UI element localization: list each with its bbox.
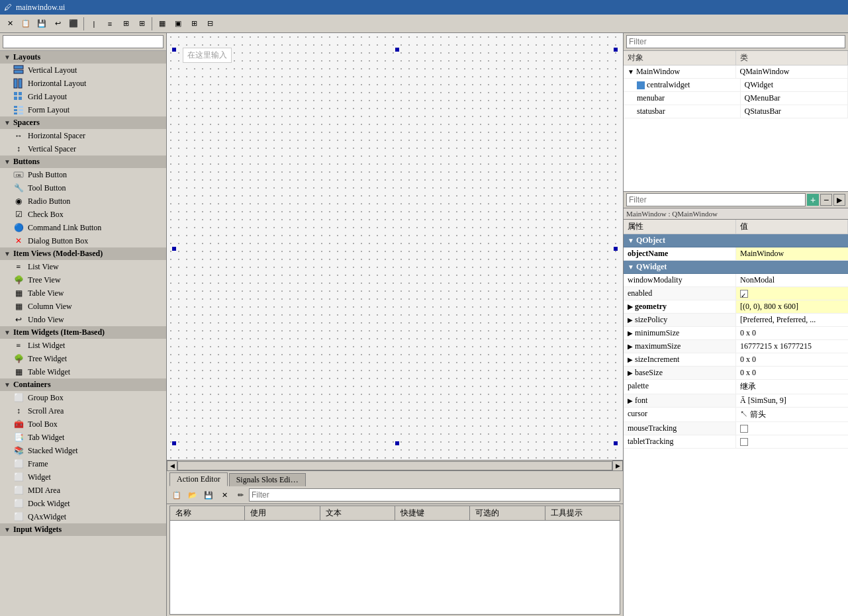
props-row-sizepolicy[interactable]: ▶ sizePolicy [Preferred, Preferred, ... bbox=[624, 314, 848, 327]
widget-form-layout[interactable]: Form Layout bbox=[0, 103, 166, 116]
props-row-enabled[interactable]: enabled bbox=[624, 287, 848, 300]
widget-undo-view[interactable]: ↩ Undo View bbox=[0, 313, 166, 326]
mousetracking-checkbox[interactable] bbox=[740, 425, 748, 433]
widget-radio-button[interactable]: ◉ Radio Button bbox=[0, 195, 166, 208]
handle-tm[interactable] bbox=[395, 48, 399, 52]
widget-tool-box[interactable]: 🧰 Tool Box bbox=[0, 418, 166, 431]
obj-row-menubar[interactable]: menubar QMenuBar bbox=[624, 92, 848, 105]
props-val-maximumsize[interactable]: 16777215 x 16777215 bbox=[736, 340, 848, 353]
props-val-cursor[interactable]: ↖ 箭头 bbox=[736, 408, 848, 421]
toolbar-btn7[interactable]: ⊞ bbox=[118, 17, 133, 31]
toolbar-btn2[interactable]: 💾 bbox=[34, 17, 49, 31]
category-item-widgets[interactable]: ▼ Item Widgets (Item-Based) bbox=[0, 326, 166, 339]
action-new-btn[interactable]: 📋 bbox=[169, 488, 184, 502]
handle-bl[interactable] bbox=[172, 441, 176, 445]
category-spacers[interactable]: ▼ Spacers bbox=[0, 116, 166, 129]
props-row-tablettracking[interactable]: tabletTracking bbox=[624, 435, 848, 449]
props-row-maximumsize[interactable]: ▶ maximumSize 16777215 x 16777215 bbox=[624, 340, 848, 353]
canvas-area[interactable]: 在这里输入 bbox=[167, 33, 623, 460]
tablettracking-checkbox[interactable] bbox=[740, 438, 748, 446]
props-row-cursor[interactable]: cursor ↖ 箭头 bbox=[624, 408, 848, 422]
toolbar-btn1[interactable]: 📋 bbox=[19, 17, 33, 31]
canvas-scrollbar-h[interactable]: ◀ ▶ bbox=[167, 460, 623, 470]
props-row-sizeincrement[interactable]: ▶ sizeIncrement 0 x 0 bbox=[624, 353, 848, 367]
widget-h-spacer[interactable]: ↔ Horizontal Spacer bbox=[0, 129, 166, 142]
category-buttons[interactable]: ▼ Buttons bbox=[0, 155, 166, 168]
props-row-palette[interactable]: palette 继承 bbox=[624, 380, 848, 394]
props-val-font[interactable]: Ā [SimSun, 9] bbox=[736, 394, 848, 407]
widget-dock-widget[interactable]: ⬜ Dock Widget bbox=[0, 497, 166, 510]
widget-tab-widget[interactable]: 📑 Tab Widget bbox=[0, 431, 166, 444]
props-row-minimumsize[interactable]: ▶ minimumSize 0 x 0 bbox=[624, 327, 848, 340]
props-add-btn[interactable]: + bbox=[807, 194, 819, 206]
toolbar-btn8[interactable]: ⊞ bbox=[134, 17, 149, 31]
widget-tree-view[interactable]: 🌳 Tree View bbox=[0, 273, 166, 286]
toolbar-btn5[interactable]: | bbox=[87, 17, 101, 31]
toolbar-btn10[interactable]: ▣ bbox=[171, 17, 185, 31]
obj-row-centralwidget[interactable]: centralwidget QWidget bbox=[624, 79, 848, 92]
props-val-tablettracking[interactable] bbox=[736, 435, 848, 448]
widget-table-widget[interactable]: ▦ Table Widget bbox=[0, 365, 166, 378]
enabled-checkbox[interactable] bbox=[740, 290, 748, 298]
props-filter-input[interactable] bbox=[626, 193, 806, 206]
category-layouts[interactable]: ▼ Layouts bbox=[0, 51, 166, 64]
scroll-right-btn[interactable]: ▶ bbox=[612, 461, 623, 471]
props-minus-btn[interactable]: − bbox=[820, 194, 832, 206]
widget-scroll-area[interactable]: ↕ Scroll Area bbox=[0, 404, 166, 418]
widget-horizontal-layout[interactable]: Horizontal Layout bbox=[0, 77, 166, 90]
action-save-btn[interactable]: 💾 bbox=[201, 488, 216, 502]
widget-group-box[interactable]: ⬜ Group Box bbox=[0, 391, 166, 404]
widget-filter-input[interactable] bbox=[3, 35, 164, 48]
widget-column-view[interactable]: ▦ Column View bbox=[0, 300, 166, 313]
props-row-mousetracking[interactable]: mouseTracking bbox=[624, 422, 848, 435]
props-row-font[interactable]: ▶ font Ā [SimSun, 9] bbox=[624, 394, 848, 408]
toolbar-close-btn[interactable]: ✕ bbox=[3, 17, 17, 31]
props-val-sizeincrement[interactable]: 0 x 0 bbox=[736, 353, 848, 366]
props-info-btn[interactable]: ▶ bbox=[833, 194, 845, 206]
handle-bm[interactable] bbox=[395, 441, 399, 445]
widget-table-view[interactable]: ▦ Table View bbox=[0, 286, 166, 300]
props-val-palette[interactable]: 继承 bbox=[736, 380, 848, 394]
category-input-widgets[interactable]: ▼ Input Widgets bbox=[0, 523, 166, 536]
props-row-objectname[interactable]: objectName MainWindow bbox=[624, 247, 848, 261]
props-val-mousetracking[interactable] bbox=[736, 422, 848, 435]
toolbar-btn3[interactable]: ↩ bbox=[50, 17, 65, 31]
tab-action-editor[interactable]: Action Editor bbox=[169, 472, 228, 486]
widget-dialog-button-box[interactable]: ✕ Dialog Button Box bbox=[0, 234, 166, 247]
widget-v-spacer[interactable]: ↕ Vertical Spacer bbox=[0, 142, 166, 155]
category-item-views[interactable]: ▼ Item Views (Model-Based) bbox=[0, 247, 166, 260]
props-val-enabled[interactable] bbox=[736, 287, 848, 300]
props-val-basesize[interactable]: 0 x 0 bbox=[736, 367, 848, 379]
handle-tl[interactable] bbox=[172, 48, 176, 52]
category-containers[interactable]: ▼ Containers bbox=[0, 378, 166, 391]
widget-vertical-layout[interactable]: Vertical Layout bbox=[0, 64, 166, 77]
handle-mr[interactable] bbox=[614, 247, 618, 251]
widget-frame[interactable]: ⬜ Frame bbox=[0, 457, 166, 470]
scroll-left-btn[interactable]: ◀ bbox=[167, 461, 177, 471]
scroll-track-h[interactable] bbox=[177, 461, 612, 470]
widget-mdi-area[interactable]: ⬜ MDI Area bbox=[0, 484, 166, 497]
action-edit-btn[interactable]: ✏ bbox=[233, 488, 248, 502]
action-filter-input[interactable] bbox=[249, 488, 620, 502]
widget-widget[interactable]: ⬜ Widget bbox=[0, 470, 166, 484]
obj-filter-input[interactable] bbox=[626, 35, 845, 48]
widget-stacked-widget[interactable]: 📚 Stacked Widget bbox=[0, 444, 166, 457]
widget-qaxwidget[interactable]: ⬜ QAxWidget bbox=[0, 510, 166, 523]
props-row-geometry[interactable]: ▶ geometry [(0, 0), 800 x 600] bbox=[624, 300, 848, 314]
toolbar-btn6[interactable]: ≡ bbox=[103, 17, 117, 31]
tab-signals-slots[interactable]: Signals Slots Edi… bbox=[229, 473, 306, 486]
widget-check-box[interactable]: ☑ Check Box bbox=[0, 208, 166, 221]
widget-tree-widget[interactable]: 🌳 Tree Widget bbox=[0, 352, 166, 365]
action-open-btn[interactable]: 📂 bbox=[185, 488, 200, 502]
widget-tool-button[interactable]: 🔧 Tool Button bbox=[0, 181, 166, 195]
toolbar-btn12[interactable]: ⊟ bbox=[203, 17, 217, 31]
obj-row-mainwindow[interactable]: ▼ MainWindow QMainWindow bbox=[624, 66, 848, 79]
toolbar-btn4[interactable]: ⬛ bbox=[66, 17, 81, 31]
toolbar-btn11[interactable]: ⊞ bbox=[187, 17, 201, 31]
widget-list-view[interactable]: ≡ List View bbox=[0, 260, 166, 273]
props-row-basesize[interactable]: ▶ baseSize 0 x 0 bbox=[624, 367, 848, 380]
handle-tr[interactable] bbox=[614, 48, 618, 52]
props-val-minimumsize[interactable]: 0 x 0 bbox=[736, 327, 848, 339]
toolbar-btn9[interactable]: ▦ bbox=[155, 17, 169, 31]
props-val-windowmodality[interactable]: NonModal bbox=[736, 274, 848, 286]
